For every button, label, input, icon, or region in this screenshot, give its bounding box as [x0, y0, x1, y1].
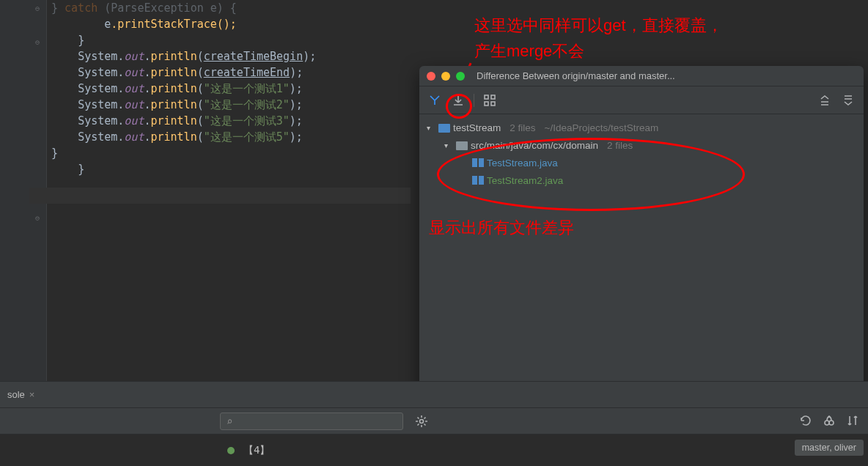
commit-node-icon: [227, 447, 235, 454]
chevron-down-icon[interactable]: ▾: [427, 124, 435, 132]
current-line-highlight: [29, 188, 411, 204]
vcs-log-row[interactable]: 【4】: [0, 434, 868, 466]
fold-marker-icon[interactable]: ⊖: [35, 214, 40, 222]
merge-icon[interactable]: [427, 92, 443, 108]
commit-message: 【4】: [243, 444, 270, 457]
svg-rect-2: [485, 102, 488, 106]
annotation-text: 产生merge不会: [474, 40, 584, 63]
keyword-catch: catch: [65, 1, 98, 15]
gear-icon[interactable]: [413, 413, 430, 429]
annotation-text: 显示出所有文件差异: [429, 217, 574, 240]
variable: e: [104, 18, 111, 31]
module-icon: [438, 122, 450, 133]
tree-path: ~/IdeaProjects/testStream: [545, 122, 659, 133]
refresh-icon[interactable]: [799, 414, 812, 427]
method-call: .printStackTrace();: [111, 18, 237, 31]
cherry-pick-icon[interactable]: [823, 414, 836, 427]
popup-title: Difference Between origin/master and mas…: [477, 70, 675, 81]
console-tab[interactable]: sole ×: [0, 383, 42, 406]
brace: }: [51, 1, 65, 15]
svg-point-4: [420, 419, 424, 423]
annotation-text: 这里选中同样可以get，直接覆盖，: [474, 15, 723, 37]
brace: }: [78, 163, 84, 176]
minimize-window-icon[interactable]: [441, 72, 450, 81]
branch-badge[interactable]: master, oliver: [795, 440, 864, 456]
search-input[interactable]: ⌕: [220, 413, 403, 430]
annotation-circle: [446, 94, 472, 119]
type-name: ParseException: [111, 1, 203, 15]
group-icon[interactable]: [482, 92, 498, 108]
search-icon: ⌕: [227, 415, 232, 427]
svg-rect-3: [491, 102, 495, 106]
annotation-ellipse: [437, 138, 745, 211]
svg-rect-1: [491, 95, 495, 99]
fold-marker-icon[interactable]: ⊖: [35, 4, 40, 12]
brace: }: [51, 147, 58, 160]
popup-titlebar[interactable]: Difference Between origin/master and mas…: [419, 66, 864, 86]
expand-all-icon[interactable]: [817, 92, 833, 108]
folder-icon: [456, 140, 468, 150]
close-icon[interactable]: ×: [29, 389, 35, 400]
svg-point-6: [829, 421, 834, 425]
zoom-window-icon[interactable]: [456, 72, 465, 81]
search-bar-row: ⌕: [0, 407, 868, 434]
tool-window-tabs: sole ×: [0, 381, 868, 407]
tab-label: sole: [7, 389, 25, 400]
window-controls[interactable]: [427, 72, 465, 81]
vcs-toolbar-icons: [790, 407, 868, 434]
popup-toolbar: [419, 86, 864, 114]
tree-meta: 2 files: [510, 122, 535, 133]
code-block[interactable]: } catch (ParseException e) { e.printStac…: [51, 0, 316, 177]
brace: }: [78, 34, 84, 47]
collapse-all-icon[interactable]: [840, 92, 856, 108]
tree-label: testStream: [453, 122, 501, 133]
close-window-icon[interactable]: [427, 72, 435, 81]
svg-rect-0: [485, 95, 488, 99]
tree-root[interactable]: ▾ testStream 2 files ~/IdeaProjects/test…: [419, 119, 864, 136]
fold-marker-icon[interactable]: ⊖: [35, 38, 40, 46]
svg-point-5: [825, 421, 829, 425]
sort-icon[interactable]: [846, 414, 859, 427]
chevron-down-icon[interactable]: ▾: [444, 141, 453, 149]
